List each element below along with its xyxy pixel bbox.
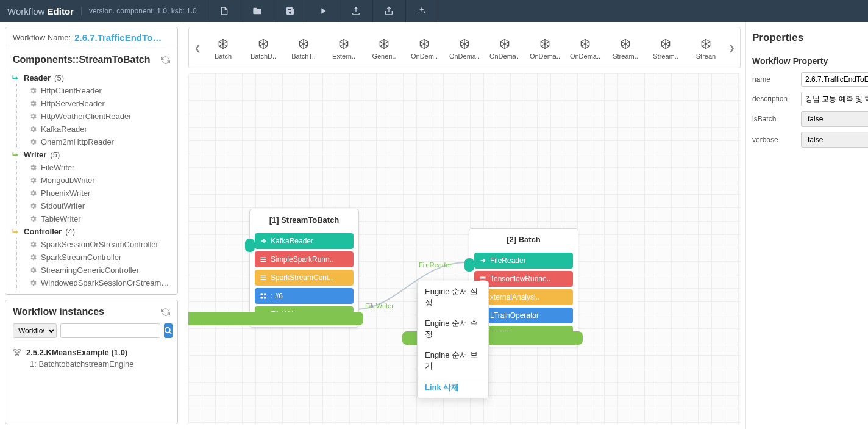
workflow-canvas[interactable]: FileWriter FileReader [1] StreamToBatch … [188,73,741,424]
ctx-link-delete[interactable]: Link 삭제 [418,377,488,398]
engine-icon [297,38,310,50]
export-button[interactable] [340,0,372,22]
folder-icon [252,6,262,16]
engine-icon [338,38,350,50]
engine-icon [499,38,511,50]
properties-panel: Properties Workflow Property name descri… [746,22,868,429]
tree-leaf[interactable]: HttpServerReader [29,97,175,110]
prop-isbatch-select[interactable]: false [801,111,868,127]
share-icon [384,6,394,16]
gear-icon [29,112,37,120]
gear-icon [29,279,37,287]
ribbon-item[interactable]: Generi.. [367,35,401,60]
node-port-out[interactable] [188,312,363,325]
tree-category[interactable]: Writer (5) [12,148,175,161]
refresh-icon[interactable] [161,56,170,65]
ctx-engine-order-view[interactable]: Engine 순서 보기 [418,345,488,377]
tree-leaf[interactable]: Onem2mHttpReader [29,135,175,148]
arrow-enter-icon [12,228,20,236]
tree-leaf[interactable]: SparkStreamController [29,251,175,264]
magic-button[interactable] [405,0,438,22]
refresh-icon[interactable] [161,308,170,317]
ctx-engine-order-set[interactable]: Engine 순서 설정 [418,281,488,313]
tree-leaf[interactable]: TableWriter [29,212,175,225]
tree-category[interactable]: Controller (4) [12,225,175,238]
tree-category[interactable]: Reader (5) [12,71,175,84]
gear-icon [29,87,37,95]
properties-title: Properties [752,27,868,52]
engine-icon [418,38,430,50]
engine-icon [700,38,712,50]
node-row[interactable]: SparkStreamCont.. [255,270,354,286]
save-button[interactable] [274,0,307,22]
node-stream-to-batch[interactable]: [1] StreamToBatch KafkaReaderSimpleSpark… [249,209,359,328]
ribbon-item[interactable]: OnDema.. [568,35,602,60]
workflow-name-label: Workflow Name: [13,33,71,42]
prop-verbose-select[interactable]: false [801,132,868,148]
instance-search-input[interactable] [60,323,160,338]
context-menu: Engine 순서 설정 Engine 순서 수정 Engine 순서 보기 L… [417,281,489,398]
ribbon-item[interactable]: OnDema.. [447,35,482,60]
tree-leaf[interactable]: KafkaReader [29,123,175,135]
instance-subitem[interactable]: 1: BatchtobatchstreamEngine [13,359,170,369]
node-row[interactable]: TensorflowRunne.. [474,271,573,287]
bars-icon [260,256,267,263]
share-button[interactable] [372,0,405,22]
instance-item-name: 2.5.2.KMeansExample (1.0) [26,348,127,357]
svg-rect-3 [16,354,19,356]
header-toolbar [208,0,438,22]
play-icon [318,6,328,16]
ribbon-next-button[interactable]: ❯ [725,35,738,60]
new-file-button[interactable] [208,0,241,22]
node-row[interactable]: xternalAnalysi.. [474,289,573,305]
ribbon-item[interactable]: Extern.. [327,35,361,60]
tree-leaf[interactable]: HttpWeatherClientReader [29,110,175,123]
prop-verbose-label: verbose [752,135,801,144]
arrow-enter-icon [12,74,20,82]
ribbon-item[interactable]: BatchT.. [286,35,321,60]
tree-leaf[interactable]: StdoutWriter [29,200,175,212]
ribbon-item[interactable]: OnDema.. [488,35,522,60]
version-text: version. component: 1.0, ksb: 1.0 [81,7,197,15]
svg-rect-5 [261,259,266,261]
node-port-in[interactable] [245,239,255,252]
ribbon-item[interactable]: BatchD.. [246,35,280,60]
open-button[interactable] [241,0,274,22]
instance-search-button[interactable] [164,323,173,338]
search-icon [164,326,173,335]
tree-leaf[interactable]: WindowedSparkSessionOrStream… [29,276,175,289]
ctx-engine-order-edit[interactable]: Engine 순서 수정 [418,313,488,345]
ribbon-item[interactable]: Strean [689,35,723,60]
ribbon-item[interactable]: Batch [206,35,240,60]
node-row[interactable]: KafkaReader [255,233,354,249]
engine-icon [217,38,229,50]
logo-thin: Workflow [7,6,44,16]
tree-leaf[interactable]: FileWriter [29,161,175,174]
prop-desc-input[interactable] [801,92,868,106]
prop-name-input[interactable] [801,72,868,87]
ribbon-item[interactable]: Stream.. [649,35,683,60]
ribbon-item[interactable]: Stream.. [608,35,642,60]
components-panel: Workflow Name: 2.6.7.TrafficEndTo… Compo… [5,27,178,295]
node-port-in[interactable] [464,258,474,272]
instance-item[interactable]: 2.5.2.KMeansExample (1.0) [13,348,170,357]
node-row[interactable]: LTrainOperator [474,308,573,323]
ribbon-prev-button[interactable]: ❮ [191,35,204,60]
tree-leaf[interactable]: MongodbWriter [29,174,175,187]
tree-leaf[interactable]: PhoenixWriter [29,187,175,200]
node-row[interactable]: FileReader [474,253,573,269]
ribbon-item[interactable]: OnDem.. [407,35,441,60]
tree-leaf[interactable]: SparkSessionOrStreamController [29,238,175,251]
gear-icon [29,138,37,146]
tree-leaf[interactable]: HttpClientReader [29,84,175,97]
node-row[interactable]: SimpleSparkRunn.. [255,251,354,267]
svg-rect-12 [261,297,263,299]
ribbon-item[interactable]: OnDema.. [528,35,562,60]
svg-rect-7 [261,276,266,277]
instance-filter-select[interactable]: Workflow I [13,323,57,338]
prop-name-label: name [752,75,801,84]
tree-leaf[interactable]: StreamingGenericController [29,264,175,276]
node-row[interactable]: : #6 [255,288,354,304]
run-button[interactable] [307,0,340,22]
svg-rect-1 [14,349,16,351]
